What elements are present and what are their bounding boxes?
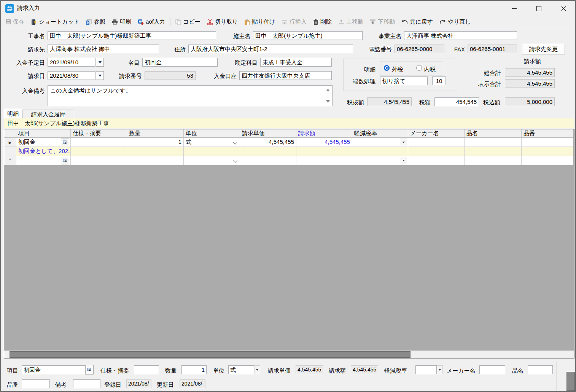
item-name-combobox[interactable]: 初回金	[142, 58, 218, 67]
tax-excluded-radio-label[interactable]: 外税	[392, 66, 403, 73]
delete-button[interactable]: 削除	[313, 18, 332, 25]
tab-detail[interactable]: 明細	[4, 109, 22, 118]
col-header-qty[interactable]: 数量	[127, 129, 184, 138]
copy-button[interactable]: コピー	[175, 18, 200, 25]
cell-product-name[interactable]	[465, 156, 522, 165]
print-button[interactable]: 印刷	[112, 18, 131, 25]
save-button[interactable]: 保存	[5, 18, 24, 25]
cell-qty[interactable]: 1	[127, 138, 184, 147]
undo-button[interactable]: 元に戻す	[401, 18, 433, 25]
col-header-item[interactable]: 項目	[16, 129, 71, 138]
col-header-unit-price[interactable]: 請求単価	[240, 129, 296, 138]
item-lookup-button[interactable]	[61, 157, 69, 164]
cell-unit-price[interactable]: 4,545,455	[240, 138, 296, 147]
bp-remarks-field[interactable]	[73, 379, 100, 388]
tax-included-radio[interactable]	[416, 65, 422, 71]
scroll-down-icon[interactable]	[326, 100, 330, 103]
reduced-tax-dropdown-button[interactable]	[400, 157, 407, 164]
cell-qty[interactable]	[127, 156, 184, 165]
bp-qty-field[interactable]: 1	[181, 365, 207, 374]
cell-unit[interactable]: 式	[184, 138, 240, 147]
cell-product-number[interactable]	[522, 138, 573, 147]
item-lookup-button[interactable]	[61, 139, 69, 146]
reference-button[interactable]: 参照	[86, 18, 105, 25]
scroll-up-icon[interactable]	[326, 89, 330, 91]
cut-button[interactable]: 切り取り	[207, 18, 238, 25]
close-button[interactable]	[555, 1, 573, 16]
cell-unit[interactable]	[184, 156, 240, 165]
cell-spec[interactable]	[71, 156, 127, 165]
phone-field[interactable]: 06-6265-0000	[395, 45, 444, 53]
move-down-button[interactable]: 下移動	[370, 18, 395, 25]
aof-input-button[interactable]: aof入力	[138, 18, 165, 25]
maximize-button[interactable]	[530, 1, 548, 16]
bp-unit-dropdown-button[interactable]	[254, 365, 260, 374]
col-header-amount[interactable]: 請求額	[296, 129, 352, 138]
bp-spec-field[interactable]	[134, 365, 159, 374]
cell-maker[interactable]	[408, 147, 465, 156]
payment-remarks-textarea[interactable]: この入金備考はサンプルです。	[48, 85, 333, 106]
cell-product-name[interactable]	[465, 147, 522, 156]
cell-qty[interactable]	[127, 147, 184, 156]
rounding-combobox[interactable]: 切り捨て	[380, 76, 428, 85]
tax-amount-field[interactable]: 454,545	[434, 97, 479, 106]
cell-amount[interactable]	[296, 156, 352, 165]
cell-reduced-tax[interactable]	[352, 147, 408, 156]
tax-excluded-radio[interactable]	[384, 65, 390, 71]
cell-reduced-tax[interactable]	[352, 156, 408, 165]
col-header-product-number[interactable]: 品番	[522, 129, 573, 138]
cell-product-number[interactable]	[522, 147, 573, 156]
cell-unit[interactable]	[184, 147, 240, 156]
cell-item[interactable]: 初回金	[16, 138, 71, 147]
cell-maker[interactable]	[408, 138, 465, 147]
bp-reduced-tax-combobox[interactable]	[415, 365, 437, 374]
cell-item-note[interactable]: 初回金として、202...	[16, 147, 71, 156]
bp-maker-field[interactable]	[479, 365, 505, 374]
payment-due-date-field[interactable]: 2021/09/10	[48, 58, 95, 67]
business-owner-field[interactable]: 大澤商事 株式会社	[404, 31, 517, 40]
cell-spec[interactable]	[71, 138, 127, 147]
horizontal-scrollbar[interactable]	[4, 350, 574, 358]
move-up-button[interactable]: 上移動	[338, 18, 363, 25]
col-header-unit[interactable]: 単位	[184, 129, 240, 138]
tax-included-radio-label[interactable]: 内税	[424, 66, 436, 73]
minimize-button[interactable]	[505, 1, 523, 16]
cell-spec[interactable]	[71, 147, 127, 156]
owner-name-field[interactable]: 田中 太郎(サンプル施主)	[253, 31, 363, 40]
col-header-reduced-tax[interactable]: 軽減税率	[352, 129, 408, 138]
cell-amount[interactable]	[296, 147, 352, 156]
col-header-product-name[interactable]: 品名	[465, 129, 522, 138]
bill-to-field[interactable]: 大澤商事 株式会社 御中	[48, 45, 159, 53]
insert-row-button[interactable]: 行挿入	[282, 18, 307, 25]
redo-button[interactable]: やり直し	[439, 18, 471, 25]
billing-date-dropdown-button[interactable]	[96, 71, 104, 80]
billing-date-field[interactable]: 2021/08/30	[48, 71, 95, 80]
bp-item-lookup-button[interactable]	[85, 365, 94, 374]
paste-button[interactable]: 貼り付け	[244, 18, 275, 25]
shortcut-button[interactable]: ショートカット	[31, 18, 80, 25]
cell-unit-price[interactable]	[240, 156, 296, 165]
bp-reduced-tax-dropdown-button[interactable]	[437, 365, 443, 374]
change-bill-to-button[interactable]: 請求先変更	[522, 44, 565, 54]
cell-product-number[interactable]	[522, 156, 573, 165]
horizontal-scrollbar-thumb[interactable]	[10, 351, 411, 358]
rounding-unit-field[interactable]: 10	[432, 76, 446, 85]
construction-name-field[interactable]: 田中 太郎(サンプル施主)様邸新築工事	[48, 31, 216, 40]
cell-unit-price[interactable]	[240, 147, 296, 156]
col-header-maker[interactable]: メーカー名	[408, 129, 465, 138]
vertical-scrollbar-thumb[interactable]	[566, 372, 575, 391]
tab-billing-payment-history[interactable]: 請求入金履歴	[22, 110, 74, 118]
payment-due-date-dropdown-button[interactable]	[96, 58, 104, 67]
cell-amount[interactable]: 4,545,455	[296, 138, 352, 147]
deposit-account-combobox[interactable]: 四井住友銀行大阪中央支店	[239, 71, 332, 80]
bp-unit-combobox[interactable]: 式	[228, 365, 254, 374]
bp-product-name-field[interactable]	[528, 365, 553, 374]
reduced-tax-dropdown-button[interactable]	[400, 139, 407, 146]
col-header-spec[interactable]: 仕様・摘要	[71, 129, 127, 138]
cell-product-name[interactable]	[465, 138, 522, 147]
cell-reduced-tax[interactable]	[352, 138, 408, 147]
cell-maker[interactable]	[408, 156, 465, 165]
cell-item[interactable]	[16, 156, 71, 165]
address-field[interactable]: 大阪府大阪市中央区安土町1-2	[188, 45, 353, 53]
fax-field[interactable]: 06-6265-0001	[468, 45, 517, 53]
